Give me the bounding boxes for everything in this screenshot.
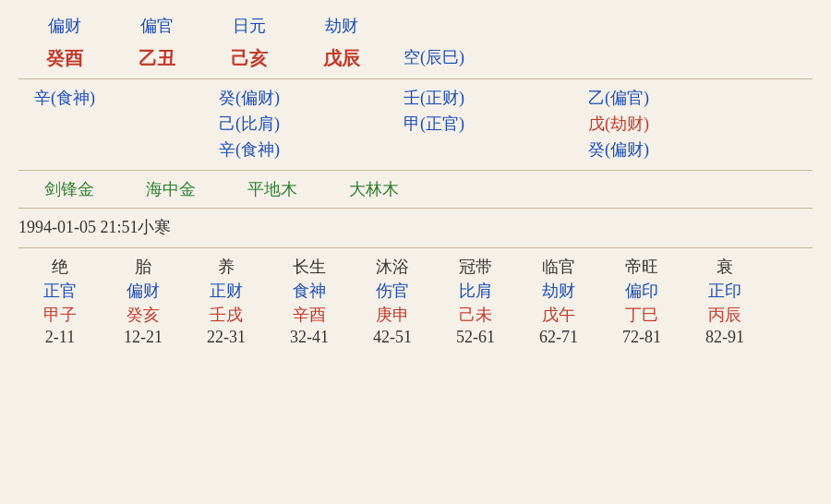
- sub-char-3-1: [18, 138, 111, 161]
- luck-chars-0: 甲子: [43, 304, 77, 326]
- luck-col-4: 沐浴伤官庚申42-51: [351, 256, 434, 349]
- main-char-2: 乙丑: [111, 46, 203, 71]
- sub-char-1-5: 壬(正财): [388, 87, 480, 109]
- luck-role-7: 偏印: [625, 280, 658, 302]
- main-char-4: 戊辰: [295, 46, 388, 71]
- luck-chars-8: 丙辰: [708, 304, 741, 326]
- sub-char-2-3: 己(比肩): [203, 113, 295, 135]
- sub-chars-row-2: 己(比肩) 甲(正官) 戊(劫财): [18, 113, 813, 135]
- sub-char-3-4: [295, 138, 388, 161]
- sub-chars-row-3: 辛(食神) 癸(偏财): [18, 138, 813, 161]
- luck-years-5: 52-61: [456, 328, 495, 347]
- sub-char-2-1: [18, 113, 111, 135]
- luck-role-8: 正印: [708, 280, 741, 302]
- date-row: 1994-01-05 21:51小寒: [18, 216, 813, 238]
- sub-char-1-7: 乙(偏官): [572, 87, 665, 109]
- luck-phase-2: 养: [218, 256, 235, 278]
- luck-role-3: 食神: [293, 280, 326, 302]
- luck-role-6: 劫财: [542, 280, 575, 302]
- luck-role-5: 比肩: [459, 280, 492, 302]
- sub-char-3-3: 辛(食神): [203, 138, 295, 161]
- divider-4: [18, 247, 813, 248]
- luck-chars-1: 癸亥: [126, 304, 160, 326]
- luck-col-3: 长生食神辛酉32-41: [268, 256, 351, 349]
- sub-char-2-7: 戊(劫财): [572, 113, 665, 135]
- header-label-3: 日元: [203, 15, 295, 37]
- sub-char-1-2: [111, 87, 203, 109]
- luck-chars-2: 壬戌: [210, 304, 243, 326]
- luck-col-8: 衰正印丙辰82-91: [683, 256, 766, 349]
- luck-phase-3: 长生: [293, 256, 326, 278]
- luck-col-1: 胎偏财癸亥12-21: [102, 256, 185, 349]
- divider-3: [18, 208, 813, 209]
- luck-phase-4: 沐浴: [376, 256, 409, 278]
- sub-char-3-7: 癸(偏财): [572, 138, 665, 161]
- luck-years-6: 62-71: [539, 328, 578, 347]
- sub-char-3-2: [111, 138, 203, 161]
- sub-char-2-5: 甲(正官): [388, 113, 480, 135]
- luck-phase-5: 冠带: [459, 256, 492, 278]
- luck-phase-8: 衰: [717, 256, 733, 278]
- luck-chars-3: 辛酉: [293, 304, 326, 326]
- main-char-3: 己亥: [203, 46, 295, 71]
- nayin-3: 平地木: [222, 178, 323, 200]
- luck-phase-0: 绝: [52, 256, 68, 278]
- divider-2: [18, 170, 813, 171]
- divider-1: [18, 78, 813, 79]
- sub-char-2-6: [480, 113, 572, 135]
- luck-col-0: 绝正官甲子2-11: [18, 256, 102, 349]
- luck-col-7: 帝旺偏印丁巳72-81: [600, 256, 683, 349]
- sub-char-3-5: [388, 138, 480, 161]
- luck-phase-7: 帝旺: [625, 256, 658, 278]
- main-char-1: 癸酉: [18, 46, 111, 71]
- header-label-4: 劫财: [295, 15, 388, 37]
- luck-years-1: 12-21: [124, 328, 163, 347]
- luck-years-0: 2-11: [45, 328, 75, 347]
- luck-role-2: 正财: [210, 280, 243, 302]
- luck-years-8: 82-91: [705, 328, 744, 347]
- luck-chars-7: 丁巳: [625, 304, 658, 326]
- luck-chars-6: 戊午: [542, 304, 575, 326]
- sub-chars-row-1: 辛(食神) 癸(偏财) 壬(正财) 乙(偏官): [18, 87, 813, 109]
- luck-years-7: 72-81: [622, 328, 661, 347]
- luck-col-5: 冠带比肩己未52-61: [434, 256, 517, 349]
- luck-col-2: 养正财壬戌22-31: [185, 256, 268, 349]
- luck-phase-1: 胎: [135, 256, 151, 278]
- sub-char-1-3: 癸(偏财): [203, 87, 295, 109]
- luck-col-6: 临官劫财戊午62-71: [517, 256, 600, 349]
- main-char-note: 空(辰巳): [388, 46, 480, 71]
- luck-phase-6: 临官: [542, 256, 575, 278]
- luck-chars-5: 己未: [459, 304, 492, 326]
- sub-char-2-2: [111, 113, 203, 135]
- sub-char-1-6: [480, 87, 572, 109]
- nayin-row: 剑锋金 海中金 平地木 大林木: [18, 178, 813, 200]
- luck-chars-4: 庚申: [376, 304, 409, 326]
- header-label-1: 偏财: [18, 15, 111, 37]
- header-labels-row: 偏财 偏官 日元 劫财: [18, 15, 813, 37]
- luck-years-4: 42-51: [373, 328, 412, 347]
- sub-char-3-6: [480, 138, 572, 161]
- main-chars-row: 癸酉 乙丑 己亥 戊辰 空(辰巳): [18, 46, 813, 71]
- sub-char-1-4: [295, 87, 388, 109]
- luck-role-4: 伤官: [376, 280, 409, 302]
- nayin-1: 剑锋金: [18, 178, 120, 200]
- header-label-2: 偏官: [111, 15, 203, 37]
- birth-date: 1994-01-05 21:51小寒: [18, 218, 172, 236]
- nayin-2: 海中金: [120, 178, 222, 200]
- luck-years-3: 32-41: [290, 328, 329, 347]
- sub-char-1-1: 辛(食神): [18, 87, 111, 109]
- nayin-4: 大林木: [323, 178, 425, 200]
- luck-role-1: 偏财: [126, 280, 160, 302]
- luck-table: 绝正官甲子2-11胎偏财癸亥12-21养正财壬戌22-31长生食神辛酉32-41…: [18, 256, 813, 349]
- luck-years-2: 22-31: [207, 328, 246, 347]
- luck-role-0: 正官: [43, 280, 77, 302]
- sub-char-2-4: [295, 113, 388, 135]
